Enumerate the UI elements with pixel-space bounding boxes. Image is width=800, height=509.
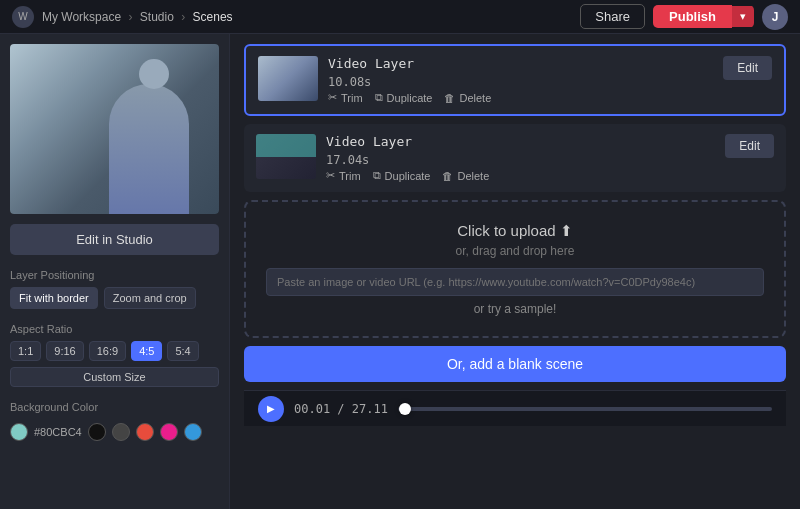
trash-icon: 🗑 (444, 92, 455, 104)
share-button[interactable]: Share (580, 4, 645, 29)
topbar-right: Share Publish ▾ J (580, 4, 788, 30)
color-swatch-red[interactable] (136, 423, 154, 441)
trim-button-2[interactable]: ✂ Trim (326, 169, 361, 182)
left-panel: Edit in Studio Layer Positioning Fit wit… (0, 34, 230, 509)
layer-title-1: Video Layer (328, 56, 713, 71)
positioning-buttons: Fit with border Zoom and crop (10, 287, 219, 309)
avatar: J (762, 4, 788, 30)
layer-info-2: Video Layer 17.04s ✂ Trim ⧉ Duplicate 🗑 (326, 134, 715, 182)
fit-border-button[interactable]: Fit with border (10, 287, 98, 309)
layer-thumb-1 (258, 56, 318, 101)
play-button[interactable]: ▶ (258, 396, 284, 422)
layer-card-2: Video Layer 17.04s ✂ Trim ⧉ Duplicate 🗑 (244, 124, 786, 192)
timeline: ▶ 00.01 / 27.11 (244, 390, 786, 426)
delete-button-2[interactable]: 🗑 Delete (442, 170, 489, 182)
main-layout: Edit in Studio Layer Positioning Fit wit… (0, 34, 800, 509)
layer-duration-1: 10.08s (328, 75, 713, 89)
upload-subtitle: or, drag and drop here (266, 244, 764, 258)
duplicate-button-1[interactable]: ⧉ Duplicate (375, 91, 433, 104)
breadcrumb: My Workspace › Studio › Scenes (42, 10, 233, 24)
delete-button-1[interactable]: 🗑 Delete (444, 92, 491, 104)
layer-actions-2: ✂ Trim ⧉ Duplicate 🗑 Delete (326, 169, 715, 182)
aspect-1-1-button[interactable]: 1:1 (10, 341, 41, 361)
duplicate-icon-2: ⧉ (373, 169, 381, 182)
edit-layer-2-button[interactable]: Edit (725, 134, 774, 158)
add-blank-scene-button[interactable]: Or, add a blank scene (244, 346, 786, 382)
duplicate-icon: ⧉ (375, 91, 383, 104)
bg-color-label: Background Color (10, 401, 219, 413)
bg-color-row: #80CBC4 (10, 423, 219, 441)
sample-text: or try a sample! (266, 302, 764, 316)
layer-duration-2: 17.04s (326, 153, 715, 167)
aspect-4-5-button[interactable]: 4:5 (131, 341, 162, 361)
scissors-icon: ✂ (328, 91, 337, 104)
topbar-left: W My Workspace › Studio › Scenes (12, 6, 233, 28)
trim-button-1[interactable]: ✂ Trim (328, 91, 363, 104)
aspect-5-4-button[interactable]: 5:4 (167, 341, 198, 361)
trash-icon-2: 🗑 (442, 170, 453, 182)
layer-thumb-2 (256, 134, 316, 179)
aspect-ratio-buttons: 1:1 9:16 16:9 4:5 5:4 (10, 341, 219, 361)
aspect-9-16-button[interactable]: 9:16 (46, 341, 83, 361)
aspect-16-9-button[interactable]: 16:9 (89, 341, 126, 361)
color-swatch-blue[interactable] (184, 423, 202, 441)
color-swatch-black[interactable] (88, 423, 106, 441)
workspace-logo: W (12, 6, 34, 28)
layer-info-1: Video Layer 10.08s ✂ Trim ⧉ Duplicate 🗑 (328, 56, 713, 104)
custom-size-button[interactable]: Custom Size (10, 367, 219, 387)
edit-layer-1-button[interactable]: Edit (723, 56, 772, 80)
publish-button[interactable]: Publish (653, 5, 732, 28)
publish-group: Publish ▾ (653, 5, 754, 28)
duplicate-button-2[interactable]: ⧉ Duplicate (373, 169, 431, 182)
timeline-playhead[interactable] (399, 403, 411, 415)
upload-area[interactable]: Click to upload ⬆ or, drag and drop here… (244, 200, 786, 338)
layer-card-1-top: Video Layer 10.08s ✂ Trim ⧉ Duplicate 🗑 (258, 56, 772, 104)
color-swatch-dark[interactable] (112, 423, 130, 441)
scissors-icon-2: ✂ (326, 169, 335, 182)
right-panel: Video Layer 10.08s ✂ Trim ⧉ Duplicate 🗑 (230, 34, 800, 509)
preview-image (10, 44, 219, 214)
url-input[interactable] (266, 268, 764, 296)
layer-card-1: Video Layer 10.08s ✂ Trim ⧉ Duplicate 🗑 (244, 44, 786, 116)
layer-card-2-top: Video Layer 17.04s ✂ Trim ⧉ Duplicate 🗑 (256, 134, 774, 182)
color-swatch-teal[interactable] (10, 423, 28, 441)
layer-actions-1: ✂ Trim ⧉ Duplicate 🗑 Delete (328, 91, 713, 104)
aspect-ratio-label: Aspect Ratio (10, 323, 219, 335)
layer-title-2: Video Layer (326, 134, 715, 149)
timeline-track[interactable] (398, 407, 772, 411)
topbar: W My Workspace › Studio › Scenes Share P… (0, 0, 800, 34)
zoom-crop-button[interactable]: Zoom and crop (104, 287, 196, 309)
play-icon: ▶ (267, 403, 275, 414)
layer-positioning-label: Layer Positioning (10, 269, 219, 281)
upload-title: Click to upload ⬆ (266, 222, 764, 240)
edit-in-studio-button[interactable]: Edit in Studio (10, 224, 219, 255)
preview-area (10, 44, 219, 214)
color-hex-value: #80CBC4 (34, 426, 82, 438)
current-time: 00.01 / 27.11 (294, 402, 388, 416)
color-swatch-pink[interactable] (160, 423, 178, 441)
publish-dropdown-button[interactable]: ▾ (732, 6, 754, 27)
